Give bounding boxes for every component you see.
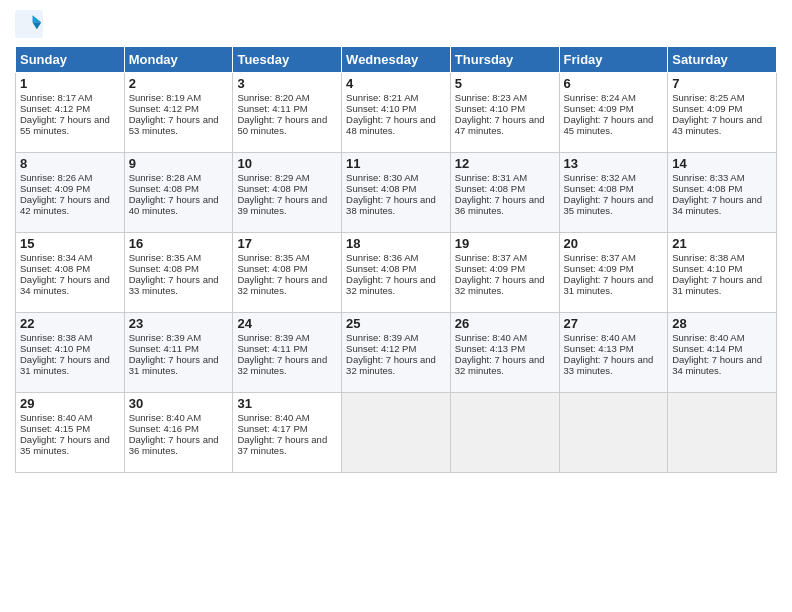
sunrise: Sunrise: 8:35 AM [129,252,201,263]
sunset: Sunset: 4:17 PM [237,423,307,434]
week-row-5: 29 Sunrise: 8:40 AM Sunset: 4:15 PM Dayl… [16,393,777,473]
day-cell: 12 Sunrise: 8:31 AM Sunset: 4:08 PM Dayl… [450,153,559,233]
day-cell: 9 Sunrise: 8:28 AM Sunset: 4:08 PM Dayli… [124,153,233,233]
sunrise: Sunrise: 8:21 AM [346,92,418,103]
day-number: 27 [564,316,664,331]
day-cell: 23 Sunrise: 8:39 AM Sunset: 4:11 PM Dayl… [124,313,233,393]
sunrise: Sunrise: 8:35 AM [237,252,309,263]
sunset: Sunset: 4:08 PM [129,263,199,274]
sunset: Sunset: 4:08 PM [237,263,307,274]
daylight: Daylight: 7 hours and 45 minutes. [564,114,654,136]
day-cell: 16 Sunrise: 8:35 AM Sunset: 4:08 PM Dayl… [124,233,233,313]
sunrise: Sunrise: 8:30 AM [346,172,418,183]
header-cell-saturday: Saturday [668,47,777,73]
daylight: Daylight: 7 hours and 33 minutes. [564,354,654,376]
day-number: 25 [346,316,446,331]
day-cell: 6 Sunrise: 8:24 AM Sunset: 4:09 PM Dayli… [559,73,668,153]
sunset: Sunset: 4:11 PM [129,343,199,354]
day-number: 3 [237,76,337,91]
daylight: Daylight: 7 hours and 32 minutes. [237,354,327,376]
week-row-1: 1 Sunrise: 8:17 AM Sunset: 4:12 PM Dayli… [16,73,777,153]
daylight: Daylight: 7 hours and 35 minutes. [20,434,110,456]
header-cell-sunday: Sunday [16,47,125,73]
daylight: Daylight: 7 hours and 50 minutes. [237,114,327,136]
sunrise: Sunrise: 8:39 AM [129,332,201,343]
day-number: 2 [129,76,229,91]
daylight: Daylight: 7 hours and 40 minutes. [129,194,219,216]
sunset: Sunset: 4:09 PM [672,103,742,114]
sunrise: Sunrise: 8:37 AM [564,252,636,263]
daylight: Daylight: 7 hours and 32 minutes. [455,354,545,376]
day-cell: 5 Sunrise: 8:23 AM Sunset: 4:10 PM Dayli… [450,73,559,153]
day-number: 15 [20,236,120,251]
day-number: 17 [237,236,337,251]
week-row-4: 22 Sunrise: 8:38 AM Sunset: 4:10 PM Dayl… [16,313,777,393]
daylight: Daylight: 7 hours and 34 minutes. [20,274,110,296]
day-number: 29 [20,396,120,411]
day-cell: 29 Sunrise: 8:40 AM Sunset: 4:15 PM Dayl… [16,393,125,473]
daylight: Daylight: 7 hours and 33 minutes. [129,274,219,296]
day-cell: 18 Sunrise: 8:36 AM Sunset: 4:08 PM Dayl… [342,233,451,313]
sunset: Sunset: 4:12 PM [20,103,90,114]
day-cell: 30 Sunrise: 8:40 AM Sunset: 4:16 PM Dayl… [124,393,233,473]
day-number: 9 [129,156,229,171]
sunset: Sunset: 4:09 PM [455,263,525,274]
day-number: 18 [346,236,446,251]
sunset: Sunset: 4:10 PM [455,103,525,114]
daylight: Daylight: 7 hours and 34 minutes. [672,354,762,376]
day-number: 23 [129,316,229,331]
sunset: Sunset: 4:10 PM [20,343,90,354]
day-cell [450,393,559,473]
day-number: 10 [237,156,337,171]
sunrise: Sunrise: 8:23 AM [455,92,527,103]
sunset: Sunset: 4:10 PM [672,263,742,274]
sunrise: Sunrise: 8:20 AM [237,92,309,103]
sunrise: Sunrise: 8:39 AM [346,332,418,343]
sunrise: Sunrise: 8:40 AM [564,332,636,343]
daylight: Daylight: 7 hours and 47 minutes. [455,114,545,136]
sunrise: Sunrise: 8:39 AM [237,332,309,343]
sunrise: Sunrise: 8:32 AM [564,172,636,183]
daylight: Daylight: 7 hours and 31 minutes. [20,354,110,376]
day-cell: 14 Sunrise: 8:33 AM Sunset: 4:08 PM Dayl… [668,153,777,233]
daylight: Daylight: 7 hours and 32 minutes. [455,274,545,296]
day-cell: 27 Sunrise: 8:40 AM Sunset: 4:13 PM Dayl… [559,313,668,393]
day-number: 12 [455,156,555,171]
sunset: Sunset: 4:15 PM [20,423,90,434]
daylight: Daylight: 7 hours and 43 minutes. [672,114,762,136]
day-cell: 21 Sunrise: 8:38 AM Sunset: 4:10 PM Dayl… [668,233,777,313]
header-cell-monday: Monday [124,47,233,73]
day-cell: 17 Sunrise: 8:35 AM Sunset: 4:08 PM Dayl… [233,233,342,313]
day-cell: 24 Sunrise: 8:39 AM Sunset: 4:11 PM Dayl… [233,313,342,393]
sunset: Sunset: 4:13 PM [564,343,634,354]
sunset: Sunset: 4:09 PM [564,103,634,114]
day-number: 16 [129,236,229,251]
sunrise: Sunrise: 8:36 AM [346,252,418,263]
day-cell: 3 Sunrise: 8:20 AM Sunset: 4:11 PM Dayli… [233,73,342,153]
day-number: 26 [455,316,555,331]
daylight: Daylight: 7 hours and 31 minutes. [672,274,762,296]
calendar-table: SundayMondayTuesdayWednesdayThursdayFrid… [15,46,777,473]
day-number: 30 [129,396,229,411]
sunset: Sunset: 4:13 PM [455,343,525,354]
daylight: Daylight: 7 hours and 36 minutes. [129,434,219,456]
day-number: 13 [564,156,664,171]
sunset: Sunset: 4:09 PM [564,263,634,274]
sunrise: Sunrise: 8:38 AM [672,252,744,263]
daylight: Daylight: 7 hours and 31 minutes. [129,354,219,376]
daylight: Daylight: 7 hours and 32 minutes. [346,274,436,296]
day-cell: 4 Sunrise: 8:21 AM Sunset: 4:10 PM Dayli… [342,73,451,153]
daylight: Daylight: 7 hours and 36 minutes. [455,194,545,216]
day-cell: 1 Sunrise: 8:17 AM Sunset: 4:12 PM Dayli… [16,73,125,153]
sunset: Sunset: 4:14 PM [672,343,742,354]
daylight: Daylight: 7 hours and 55 minutes. [20,114,110,136]
header-cell-tuesday: Tuesday [233,47,342,73]
day-number: 1 [20,76,120,91]
header-cell-thursday: Thursday [450,47,559,73]
day-cell: 15 Sunrise: 8:34 AM Sunset: 4:08 PM Dayl… [16,233,125,313]
daylight: Daylight: 7 hours and 31 minutes. [564,274,654,296]
day-cell: 26 Sunrise: 8:40 AM Sunset: 4:13 PM Dayl… [450,313,559,393]
logo [15,10,47,38]
sunrise: Sunrise: 8:26 AM [20,172,92,183]
daylight: Daylight: 7 hours and 38 minutes. [346,194,436,216]
